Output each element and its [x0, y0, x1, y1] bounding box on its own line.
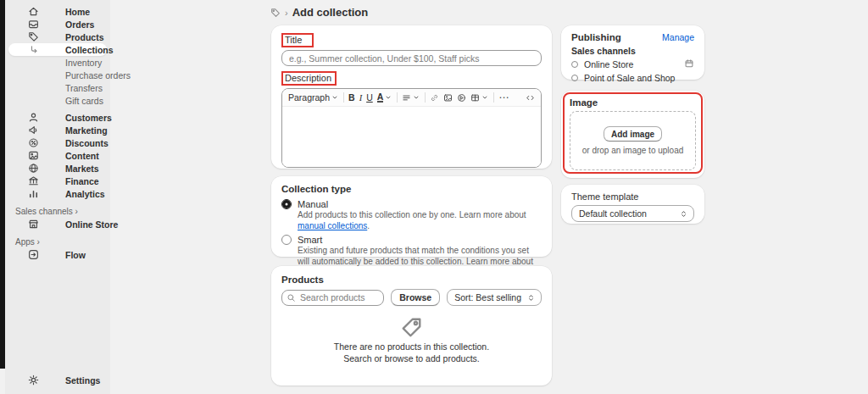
sidebar-item-label: Inventory — [65, 58, 102, 68]
underline-button[interactable]: U — [366, 92, 373, 103]
empty-tag-icon — [400, 316, 423, 341]
home-icon — [26, 6, 40, 18]
paragraph-style-dropdown[interactable]: Paragraph — [288, 92, 339, 103]
play-circle-icon — [457, 93, 466, 103]
sidebar-item-discounts[interactable]: Discounts — [8, 136, 107, 149]
alignment-dropdown[interactable] — [402, 93, 420, 103]
add-image-button[interactable]: Add image — [604, 126, 662, 142]
theme-template-header: Theme template — [571, 191, 694, 202]
sidebar-item-inventory[interactable]: Inventory — [8, 56, 107, 69]
sidebar-item-transfers[interactable]: Transfers — [8, 81, 107, 94]
channel-status-dot — [571, 61, 578, 68]
updown-chevron-icon — [526, 293, 536, 302]
sidebar-item-content[interactable]: Content — [8, 149, 107, 162]
drop-hint-text: or drop an image to upload — [582, 146, 684, 155]
sidebar-item-products[interactable]: Products — [8, 31, 107, 43]
sidebar-item-home[interactable]: Home — [8, 5, 107, 18]
sales-channels-section-header[interactable]: Sales channels › — [15, 207, 110, 216]
manual-radio-label[interactable]: Manual — [298, 199, 328, 209]
sidebar-item-label: Products — [65, 32, 104, 42]
search-products-input[interactable] — [281, 290, 384, 306]
online-store-icon — [26, 219, 40, 230]
channel-row-online-store: Online Store — [571, 58, 694, 69]
annotation-box-title: Title — [281, 33, 314, 47]
sidebar-item-customers[interactable]: Customers — [8, 111, 107, 124]
theme-template-card: Theme template Default collection — [561, 185, 704, 224]
code-icon — [526, 93, 535, 103]
sidebar-item-purchase-orders[interactable]: Purchase orders — [8, 69, 107, 81]
sidebar-item-orders[interactable]: Orders — [8, 18, 107, 31]
products-icon — [26, 31, 40, 43]
manual-help-text: Add products to this collection one by o… — [298, 210, 542, 231]
empty-state-line1: There are no products in this collection… — [281, 341, 542, 352]
manual-radio[interactable] — [281, 199, 292, 209]
smart-radio[interactable] — [281, 235, 292, 245]
insert-link-button[interactable] — [430, 93, 439, 103]
text-color-dropdown[interactable]: A — [377, 92, 393, 103]
sidebar-item-analytics[interactable]: Analytics — [8, 187, 107, 200]
discounts-icon — [26, 137, 40, 149]
sidebar-item-gift-cards[interactable]: Gift cards — [8, 94, 107, 107]
sidebar-item-flow[interactable]: Flow — [8, 248, 107, 261]
subnav-arrow-icon — [26, 44, 40, 56]
link-icon — [430, 93, 439, 103]
sidebar-item-label: Transfers — [65, 83, 103, 93]
schedule-calendar-icon[interactable] — [684, 58, 694, 70]
products-card: Products Browse Sort: Best selling There… — [271, 266, 552, 386]
products-tag-icon[interactable] — [270, 8, 281, 18]
sidebar-item-label: Marketing — [65, 125, 108, 136]
image-icon — [443, 93, 453, 103]
manage-link[interactable]: Manage — [662, 32, 694, 42]
sidebar-item-online-store[interactable]: Online Store — [8, 218, 107, 230]
title-input[interactable] — [281, 50, 542, 66]
insert-image-button[interactable] — [443, 93, 453, 103]
image-header: Image — [570, 97, 696, 108]
title-field-label: Title — [285, 35, 302, 45]
italic-button[interactable]: I — [359, 93, 363, 103]
sidebar-item-label: Gift cards — [65, 96, 103, 106]
sidebar-item-label: Content — [65, 151, 99, 161]
description-field-label: Description — [285, 73, 331, 83]
sidebar-item-label: Customers — [65, 113, 112, 123]
publishing-header: Publishing — [571, 32, 621, 42]
collection-type-header: Collection type — [281, 184, 542, 194]
description-editor: Paragraph B I U A — [281, 88, 542, 168]
sidebar-item-markets[interactable]: Markets — [8, 162, 107, 175]
manual-collections-link[interactable]: manual collections — [298, 221, 367, 230]
insert-table-dropdown[interactable] — [470, 93, 489, 103]
sidebar-item-marketing[interactable]: Marketing — [8, 124, 107, 136]
more-options-button[interactable]: ⋯ — [498, 92, 509, 103]
image-dropzone[interactable]: Add image or drop an image to upload — [570, 111, 696, 170]
chevron-down-icon — [384, 93, 392, 102]
description-textarea[interactable] — [282, 107, 541, 167]
products-empty-state: There are no products in this collection… — [281, 316, 542, 364]
chevron-right-icon: › — [75, 207, 78, 216]
sidebar-item-settings[interactable]: Settings — [8, 374, 107, 386]
insert-video-button[interactable] — [457, 93, 466, 103]
sidebar-item-label: Online Store — [65, 219, 118, 230]
customers-icon — [26, 112, 40, 124]
publishing-card: Publishing Manage Sales channels Online … — [561, 25, 704, 80]
bold-button[interactable]: B — [348, 92, 355, 103]
sidebar-item-finance[interactable]: Finance — [8, 175, 107, 187]
sidebar-item-label: Orders — [65, 19, 94, 30]
chevron-down-icon — [481, 93, 489, 102]
browse-button[interactable]: Browse — [391, 289, 440, 306]
breadcrumb-separator: › — [285, 8, 288, 18]
sidebar-item-label: Analytics — [65, 189, 105, 199]
sidebar-item-collections[interactable]: Collections — [8, 43, 107, 56]
chevron-down-icon — [412, 93, 420, 102]
theme-template-select[interactable]: Default collection — [571, 205, 694, 222]
smart-radio-label[interactable]: Smart — [298, 235, 322, 245]
sidebar-item-label: Home — [65, 7, 90, 17]
chevron-right-icon: › — [37, 237, 40, 247]
sidebar-item-label: Collections — [65, 45, 114, 55]
sidebar-item-label: Settings — [65, 375, 100, 386]
sidebar-item-label: Purchase orders — [65, 70, 131, 80]
apps-section-header[interactable]: Apps › — [15, 237, 110, 247]
breadcrumb: › Add collection — [270, 6, 368, 19]
orders-icon — [26, 19, 40, 31]
show-html-button[interactable] — [526, 93, 535, 103]
sort-select[interactable]: Sort: Best selling — [447, 289, 542, 306]
align-text-icon — [402, 93, 411, 103]
